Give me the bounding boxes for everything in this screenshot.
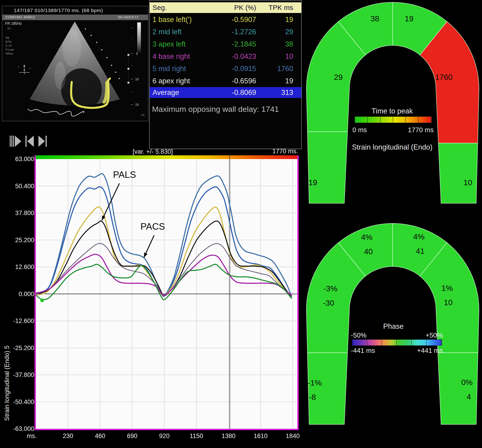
- svg-text:-50.400: -50.400: [13, 399, 34, 405]
- grayscale-bar: [137, 23, 141, 53]
- svg-text:63.000: 63.000: [15, 156, 34, 162]
- playback-controls: [9, 134, 51, 149]
- svg-text:5: 5: [136, 52, 138, 56]
- svg-text:460: 460: [95, 432, 105, 440]
- arch-maps: 19293819176010-1%-8-3%-304%404%411%100%4: [301, 0, 482, 448]
- table-row[interactable]: 2 mid left -1.2726 29: [150, 26, 301, 38]
- svg-text:-12.600: -12.600: [13, 317, 34, 324]
- ttp-scale-max: 1770 ms: [408, 126, 434, 134]
- ttp-seg-value: 29: [334, 73, 343, 81]
- cell-pk: -0.8069: [214, 87, 256, 98]
- table-row-average[interactable]: Average -0.8069 313: [150, 87, 301, 98]
- cell-tpk: 19: [252, 13, 293, 26]
- ttp-seg-value: 19: [308, 178, 317, 187]
- cell-tpk: 38: [252, 38, 293, 50]
- phase-seg-pct: 1%: [441, 284, 453, 292]
- ttp-strip: [36, 155, 297, 159]
- cell-pk: -0.6596: [214, 75, 256, 87]
- ttp-arch: 19293819176010: [306, 2, 479, 203]
- svg-text:37.800: 37.800: [15, 209, 34, 216]
- svg-text:1380: 1380: [222, 432, 236, 440]
- echo-sector-image: 51015: [2, 6, 147, 120]
- cell-seg: 1 base left('): [152, 13, 192, 26]
- table-row[interactable]: 6 apex right -0.6596 19: [150, 75, 301, 87]
- col-header-seg: Seg.: [152, 2, 167, 13]
- cell-seg: 4 base right: [152, 50, 190, 63]
- ttp-seg-value: 10: [464, 178, 472, 187]
- depth-labels: 51015: [135, 52, 139, 106]
- orientation-marker-icon: [18, 64, 31, 74]
- phase-pct-labels: -50% +50%: [351, 332, 443, 339]
- phase-seg-pct: 4%: [413, 232, 424, 241]
- table-row[interactable]: 1 base left(') -0.5907 19: [150, 13, 301, 26]
- phase-ms-min: -441 ms: [351, 347, 375, 354]
- cell-tpk: 10: [252, 50, 293, 63]
- phase-seg-pct: 0%: [461, 378, 473, 387]
- cell-tpk: 29: [252, 26, 293, 38]
- ttp-seg-value: 1760: [435, 73, 453, 81]
- cell-seg: 2 mid left: [152, 26, 182, 38]
- cell-tpk: 19: [252, 75, 293, 87]
- ttp-arch-segment[interactable]: [308, 132, 348, 203]
- cell-pk: -0.0423: [214, 50, 256, 63]
- svg-text:230: 230: [63, 432, 73, 440]
- phase-seg-ms: 40: [364, 247, 373, 256]
- svg-text:PACS: PACS: [141, 221, 165, 232]
- svg-text:690: 690: [127, 432, 137, 440]
- cell-pk: -2.1845: [214, 38, 256, 50]
- cell-seg: 3 apex left: [152, 38, 186, 50]
- table-row[interactable]: 3 apex left -2.1845 38: [150, 38, 301, 50]
- phase-ms-max: +441 ms: [417, 347, 443, 354]
- skip-to-start-icon[interactable]: [25, 136, 34, 147]
- play-icon[interactable]: [10, 136, 21, 147]
- svg-text:1840: 1840: [286, 432, 300, 440]
- cell-seg: 5 mid right: [152, 63, 186, 75]
- ttp-color-scale: [355, 116, 432, 123]
- skip-to-end-icon[interactable]: [39, 136, 47, 147]
- ttp-title: Time to peak: [352, 107, 433, 115]
- phase-arch-segment[interactable]: [438, 353, 478, 424]
- ttp-subtitle: Strain longitudinal (Endo): [338, 143, 447, 152]
- wall-delay-text: Maximum opposing wall delay: 1741: [152, 105, 279, 114]
- svg-text:920: 920: [159, 432, 170, 440]
- phase-seg-ms: -8: [309, 393, 316, 401]
- svg-text:1610: 1610: [254, 432, 268, 440]
- svg-text:1150: 1150: [190, 432, 203, 440]
- svg-text:15: 15: [135, 103, 139, 106]
- y-tick-labels: 63.00050.40037.80025.20012.6000.000-12.6…: [13, 156, 34, 432]
- phase-seg-pct: 4%: [361, 233, 372, 241]
- svg-text:-37.800: -37.800: [13, 371, 34, 378]
- phase-pct-min: -50%: [351, 332, 367, 339]
- svg-text:50.400: 50.400: [15, 183, 34, 190]
- svg-text:12.600: 12.600: [15, 264, 34, 270]
- chart-y-axis-label: Strain longitudinal (Endo) 5: [3, 345, 11, 421]
- ttp-seg-value: 38: [371, 14, 379, 23]
- depth-ticks: [131, 28, 133, 105]
- ttp-scale-min: 0 ms: [352, 126, 367, 134]
- caliper: [127, 54, 129, 84]
- segment-results-table: Seg. PK (%) TPK ms 1 base left(') -0.590…: [149, 0, 302, 149]
- phase-title: Phase: [355, 322, 432, 331]
- phase-color-scale: [352, 339, 442, 346]
- table-row[interactable]: 5 mid right -0.0915 1760: [150, 63, 301, 75]
- phase-seg-pct: -1%: [308, 378, 322, 387]
- cell-pk: -0.5907: [214, 13, 256, 26]
- ttp-arch-segment[interactable]: [438, 143, 478, 203]
- col-header-tpk: TPK ms: [252, 2, 293, 13]
- cell-tpk: 313: [252, 87, 293, 98]
- cell-tpk: 1760: [252, 63, 293, 75]
- table-row[interactable]: 4 base right -0.0423 10: [150, 50, 301, 63]
- ttp-seg-value: 19: [405, 14, 413, 23]
- phase-seg-ms: -30: [323, 298, 334, 307]
- phase-seg-ms: 4: [467, 392, 471, 401]
- svg-text:ms.: ms.: [27, 432, 37, 440]
- cell-pk: -1.2726: [214, 26, 256, 38]
- svg-text:-25.200: -25.200: [13, 344, 34, 352]
- phase-ms-labels: -441 ms +441 ms: [351, 347, 443, 354]
- svg-text:PALS: PALS: [113, 169, 136, 180]
- phase-seg-ms: 10: [444, 298, 453, 307]
- variance-label: [var. +/- 5.830]: [133, 148, 173, 155]
- phase-arch-segment[interactable]: [308, 353, 348, 424]
- ultrasound-panel: 147/187 010/1389/1770 ms. (68 bpm) 21/08…: [2, 6, 149, 121]
- tracking-start-dot: [40, 298, 44, 302]
